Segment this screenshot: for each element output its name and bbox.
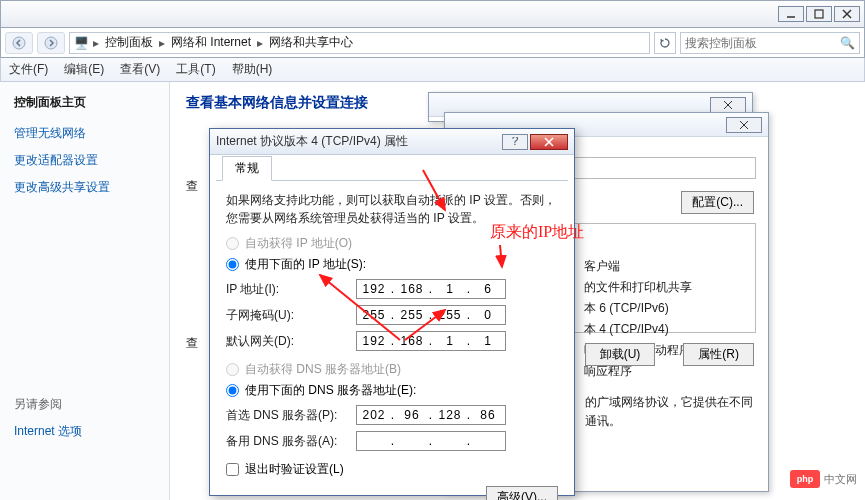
window-titlebar bbox=[0, 0, 865, 28]
gateway-field[interactable]: 192.168.1.1 bbox=[356, 331, 506, 351]
radio-manual-ip[interactable]: 使用下面的 IP 地址(S): bbox=[226, 256, 558, 273]
chevron-right-icon: ▸ bbox=[93, 36, 99, 50]
sidebar-also-label: 另请参阅 bbox=[14, 396, 155, 413]
validate-checkbox-row[interactable]: 退出时验证设置(L) bbox=[226, 461, 558, 478]
protocol-note: 的广域网络协议，它提供在不同通讯。 bbox=[585, 393, 754, 431]
breadcrumb-leaf[interactable]: 网络和共享中心 bbox=[267, 34, 355, 51]
close-button[interactable] bbox=[530, 134, 568, 150]
menu-help[interactable]: 帮助(H) bbox=[232, 61, 273, 78]
properties-button[interactable]: 属性(R) bbox=[683, 343, 754, 366]
list-item[interactable]: 本 6 (TCP/IPv6) bbox=[584, 300, 749, 317]
radio-manual-dns[interactable]: 使用下面的 DNS 服务器地址(E): bbox=[226, 382, 558, 399]
subnet-mask-label: 子网掩码(U): bbox=[226, 307, 356, 324]
search-icon: 🔍 bbox=[840, 36, 855, 50]
menu-tools[interactable]: 工具(T) bbox=[176, 61, 215, 78]
ipv4-properties-dialog: Internet 协议版本 4 (TCP/IPv4) 属性 ? 常规 如果网络支… bbox=[209, 128, 575, 496]
minimize-button[interactable] bbox=[778, 6, 804, 22]
menu-edit[interactable]: 编辑(E) bbox=[64, 61, 104, 78]
close-icon[interactable] bbox=[710, 97, 746, 113]
radio-input[interactable] bbox=[226, 363, 239, 376]
sidebar-link-wireless[interactable]: 管理无线网络 bbox=[14, 125, 155, 142]
dialog-title: Internet 协议版本 4 (TCP/IPv4) 属性 bbox=[216, 133, 408, 150]
computer-icon: 🖥️ bbox=[74, 36, 89, 50]
radio-auto-dns[interactable]: 自动获得 DNS 服务器地址(B) bbox=[226, 361, 558, 378]
svg-text:?: ? bbox=[512, 137, 519, 147]
watermark: php 中文网 bbox=[790, 470, 857, 488]
forward-button[interactable] bbox=[37, 32, 65, 54]
search-box[interactable]: 🔍 bbox=[680, 32, 860, 54]
tab-general[interactable]: 常规 bbox=[222, 156, 272, 181]
radio-input[interactable] bbox=[226, 237, 239, 250]
configure-button[interactable]: 配置(C)... bbox=[681, 191, 754, 214]
close-button[interactable] bbox=[834, 6, 860, 22]
menu-view[interactable]: 查看(V) bbox=[120, 61, 160, 78]
radio-input[interactable] bbox=[226, 384, 239, 397]
sidebar-link-sharing[interactable]: 更改高级共享设置 bbox=[14, 179, 155, 196]
dns2-label: 备用 DNS 服务器(A): bbox=[226, 433, 356, 450]
ip-address-label: IP 地址(I): bbox=[226, 281, 356, 298]
maximize-button[interactable] bbox=[806, 6, 832, 22]
breadcrumb-mid[interactable]: 网络和 Internet bbox=[169, 34, 253, 51]
menu-file[interactable]: 文件(F) bbox=[9, 61, 48, 78]
search-input[interactable] bbox=[685, 36, 840, 50]
refresh-button[interactable] bbox=[654, 32, 676, 54]
advanced-button[interactable]: 高级(V)... bbox=[486, 486, 558, 500]
radio-input[interactable] bbox=[226, 258, 239, 271]
sidebar-link-internet-options[interactable]: Internet 选项 bbox=[14, 423, 155, 440]
help-button[interactable]: ? bbox=[502, 134, 528, 150]
svg-point-5 bbox=[45, 37, 57, 49]
gateway-label: 默认网关(D): bbox=[226, 333, 356, 350]
back-button[interactable] bbox=[5, 32, 33, 54]
watermark-text: 中文网 bbox=[824, 472, 857, 487]
close-icon[interactable] bbox=[726, 117, 762, 133]
chevron-right-icon: ▸ bbox=[159, 36, 165, 50]
svg-point-4 bbox=[13, 37, 25, 49]
address-bar-row: 🖥️ ▸ 控制面板 ▸ 网络和 Internet ▸ 网络和共享中心 🔍 bbox=[0, 28, 865, 58]
description-text: 如果网络支持此功能，则可以获取自动指派的 IP 设置。否则，您需要从网络系统管理… bbox=[226, 191, 558, 227]
sidebar: 控制面板主页 管理无线网络 更改适配器设置 更改高级共享设置 另请参阅 Inte… bbox=[0, 82, 170, 500]
subnet-mask-field[interactable]: 255.255.255.0 bbox=[356, 305, 506, 325]
list-item[interactable]: 本 4 (TCP/IPv4) bbox=[584, 321, 749, 338]
dns2-field[interactable]: ... bbox=[356, 431, 506, 451]
sidebar-heading[interactable]: 控制面板主页 bbox=[14, 94, 155, 111]
watermark-logo: php bbox=[790, 470, 820, 488]
uninstall-button[interactable]: 卸载(U) bbox=[585, 343, 656, 366]
list-item[interactable]: 客户端 bbox=[584, 258, 749, 275]
sidebar-link-adapter[interactable]: 更改适配器设置 bbox=[14, 152, 155, 169]
dns1-field[interactable]: 202.96.128.86 bbox=[356, 405, 506, 425]
list-item[interactable]: 的文件和打印机共享 bbox=[584, 279, 749, 296]
radio-auto-ip[interactable]: 自动获得 IP 地址(O) bbox=[226, 235, 558, 252]
breadcrumb-root[interactable]: 控制面板 bbox=[103, 34, 155, 51]
menu-bar: 文件(F) 编辑(E) 查看(V) 工具(T) 帮助(H) bbox=[0, 58, 865, 82]
breadcrumb[interactable]: 🖥️ ▸ 控制面板 ▸ 网络和 Internet ▸ 网络和共享中心 bbox=[69, 32, 650, 54]
checkbox-input[interactable] bbox=[226, 463, 239, 476]
chevron-right-icon: ▸ bbox=[257, 36, 263, 50]
ip-address-field[interactable]: 192.168.1.6 bbox=[356, 279, 506, 299]
dns1-label: 首选 DNS 服务器(P): bbox=[226, 407, 356, 424]
tab-row: 常规 bbox=[216, 159, 568, 181]
svg-rect-1 bbox=[815, 10, 823, 18]
